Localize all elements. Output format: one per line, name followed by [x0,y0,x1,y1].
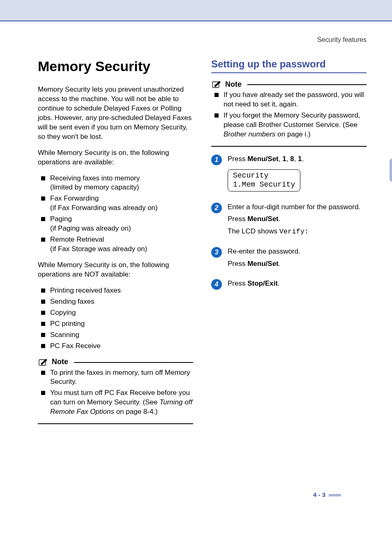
list-item: If you have already set the password, yo… [211,90,367,109]
step-number-badge: 2 [211,203,222,213]
steps-list: 1 Press Menu/Set, 1, 8, 1. Security 1.Me… [211,154,367,291]
step-line: Press Menu/Set, 1, 8, 1. [228,154,367,164]
list-item: PC printing [38,319,193,329]
note-item-post: on page i.) [276,130,311,138]
notavailable-intro: While Memory Security is on, the followi… [38,261,193,279]
note-item-pre: If you forget the Memory Security passwo… [224,111,360,129]
step-text: . [279,215,281,223]
note-item-text: If you have already set the password, yo… [224,91,364,108]
note-header: Note [211,80,367,89]
list-item-main: Paging [50,215,72,223]
step-body: Re-enter the password. Press Menu/Set. [228,247,367,271]
step-body: Enter a four-digit number for the passwo… [228,202,367,239]
step-bold: Menu/Set [247,215,279,223]
note-pencil-icon [211,80,223,89]
step-bold: 1 [298,155,302,163]
page-title: Memory Security [38,58,193,74]
note-rule [74,362,193,363]
step-item: 4 Press Stop/Exit. [211,279,367,291]
breadcrumb-text: Security features [317,36,367,43]
list-item: Paging (if Paging was already on) [38,215,193,233]
step-text: Press [228,260,247,268]
notavailable-list: Printing received faxes Sending faxes Co… [38,286,193,351]
list-item-text: PC Fax Receive [50,342,101,350]
note-label: Note [225,80,242,89]
left-column: Memory Security Memory Security lets you… [38,58,193,424]
step-bold: Menu/Set [247,260,279,268]
list-item-sub: (if Fax Storage was already on) [50,245,193,254]
step-line: Press Stop/Exit. [228,279,367,289]
step-text: , [294,155,298,163]
list-item: Copying [38,308,193,318]
note-header: Note [38,358,193,367]
step-mono: Verify: [279,228,309,235]
list-item-text: PC printing [50,320,85,328]
step-number-badge: 3 [211,247,222,258]
step-bold: 1 [282,155,286,163]
note-item-post: on page 8-4.) [114,408,158,416]
step-item: 2 Enter a four-digit number for the pass… [211,202,367,239]
available-list: Receiving faxes into memory (limited by … [38,174,193,254]
list-item: Scanning [38,330,193,340]
list-item: You must turn off PC Fax Receive before … [38,388,193,417]
list-item: If you forget the Memory Security passwo… [211,111,367,139]
note-label: Note [52,358,68,366]
step-item: 3 Re-enter the password. Press Menu/Set. [211,247,367,271]
list-item: Receiving faxes into memory (limited by … [38,174,193,193]
list-item: Remote Retrieval (if Fax Storage was alr… [38,235,193,254]
step-bold: Stop/Exit [247,279,278,287]
right-column: Setting up the password Note If you have… [211,58,367,424]
section-rule [211,72,367,73]
list-item-main: Receiving faxes into memory [50,174,140,182]
list-item-sub: (limited by memory capacity) [50,183,193,192]
list-item-text: Sending faxes [50,298,95,305]
list-item-text: Printing received faxes [50,286,121,294]
list-item: Sending faxes [38,297,193,307]
step-bold: 8 [290,155,294,163]
step-text: The LCD shows [228,227,279,235]
step-text: Press [228,279,247,287]
step-text: , [279,155,282,163]
list-item: Fax Forwarding (if Fax Forwarding was al… [38,194,193,213]
note-end-rule [211,146,367,147]
lcd-display: Security 1.Mem Security [228,169,300,191]
step-line: The LCD shows Verify: [228,226,367,237]
note-pencil-icon [38,358,49,367]
list-item-sub: (if Fax Forwarding was already on) [50,203,193,213]
right-note-list: If you have already set the password, yo… [211,90,367,139]
step-line: Press Menu/Set. [228,259,367,269]
page-content: 4 Security features Memory Security Memo… [0,21,392,473]
step-line: Enter a four-digit number for the passwo… [228,202,367,212]
step-number-badge: 1 [211,155,222,165]
step-number-badge: 4 [211,279,222,290]
step-text: Press [228,155,247,163]
list-item: To print the faxes in memory, turn off M… [38,368,193,387]
chapter-tab: 4 [390,159,392,182]
list-item-main: Fax Forwarding [50,194,99,202]
step-body: Press Menu/Set, 1, 8, 1. Security 1.Mem … [228,154,367,195]
list-item: PC Fax Receive [38,342,193,351]
note-rule [247,84,367,85]
step-bold: Menu/Set [247,155,279,163]
step-body: Press Stop/Exit. [228,279,367,291]
step-item: 1 Press Menu/Set, 1, 8, 1. Security 1.Me… [211,154,367,195]
intro-paragraph: Memory Security lets you prevent unautho… [38,85,193,142]
breadcrumb: Security features [38,36,367,44]
page-number: 4 - 3 [313,491,341,498]
step-text: Press [228,215,247,223]
list-item-text: Scanning [50,331,79,339]
section-title: Setting up the password [211,58,367,70]
list-item-main: Remote Retrieval [50,235,104,243]
step-text: . [278,279,280,287]
available-intro: While Memory Security is on, the followi… [38,148,193,167]
list-item-sub: (if Paging was already on) [50,224,193,233]
top-band [0,0,392,21]
list-item-text: Copying [50,309,76,316]
left-note-list: To print the faxes in memory, turn off M… [38,368,193,417]
step-line: Re-enter the password. [228,247,367,256]
note-item-ref[interactable]: Brother numbers [224,130,276,138]
step-text: . [279,260,281,268]
step-text: . [302,155,304,163]
list-item: Printing received faxes [38,286,193,295]
note-item-text: To print the faxes in memory, turn off M… [50,369,190,386]
